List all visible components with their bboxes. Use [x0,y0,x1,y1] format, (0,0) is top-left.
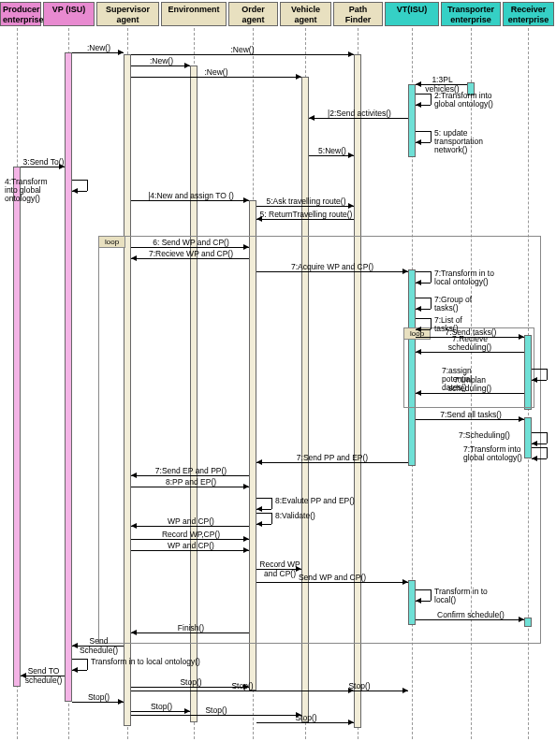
message-label: 5:New() [311,146,354,155]
message-label: Stop() [74,692,124,702]
activation-producer [13,167,21,687]
message-label: |4:New and assign TO () [133,191,249,200]
message-label: 7:Transform into global ontology() [463,445,534,462]
message-label: 4:Transform into global ontology() [5,178,61,203]
message-label: Stop() [177,681,308,691]
message-label: 5: update transportation network() [434,129,500,154]
message-label: 7:Scheduling() [459,430,515,440]
msg-line [72,702,124,703]
message-label: 7:Acquire WP and CP() [267,262,398,271]
msg-line [416,589,431,590]
msg-line [131,200,249,201]
message-label: 7:Send PP and EP() [267,453,398,462]
msg-line [131,65,190,66]
msg-line [131,247,249,248]
msg-line [256,498,271,499]
message-label: :New() [177,45,308,54]
msg-line [431,94,432,105]
msg-line [256,722,354,723]
message-label: Record WP and CP() [258,560,301,569]
message-label: 5: ReturnTravelling route() [258,210,354,219]
message-label: 7:Unplan scheduling() [442,376,498,393]
arrowhead-icon [416,390,421,396]
arrowhead-icon [416,349,421,355]
msg-line [87,180,88,191]
activation-vp [65,52,72,702]
activation-vt [408,84,416,157]
message-label: Send WP and CP() [267,573,398,582]
participant-vp: VP (ISU) [43,2,95,26]
arrowhead-icon [256,459,262,465]
arrowhead-icon [416,139,421,145]
message-label: 3:Send To() [22,157,65,167]
message-label: Send TO schedule() [22,666,65,676]
arrowhead-icon [402,579,408,585]
msg-line [416,352,524,353]
msg-line [532,447,547,448]
participant-path: Path Finder [333,2,383,26]
msg-line [416,318,431,319]
message-label: 7:Send EP and PP() [133,466,249,475]
sequence-diagram: Producer enterpriseVP (ISU)Supervisor ag… [0,0,556,756]
participant-env: Environment [161,2,227,26]
message-label: Confirm schedule() [417,610,524,619]
msg-line [416,271,431,272]
arrowhead-icon [416,306,421,312]
participant-vt: VT(ISU) [385,2,439,26]
fragment-label: loop [98,236,125,248]
message-label: 8:Evalute PP and EP() [275,496,359,505]
message-label: |2:Send activites() [311,109,408,118]
msg-line [131,258,249,259]
message-label: 8:Validate() [275,511,331,520]
msg-line [416,131,431,132]
message-label: :New() [151,67,282,77]
msg-line [256,271,408,272]
msg-line [309,118,408,119]
message-label: Finish() [133,623,249,632]
msg-line [21,167,65,167]
message-label: :New() [74,43,124,52]
msg-line [256,513,271,514]
msg-line [532,432,547,433]
message-label: Transform in to local ontology() [91,657,222,666]
msg-line [532,369,547,370]
arrowhead-icon [532,377,537,383]
msg-line [431,589,432,601]
participant-order: Order agent [228,2,278,26]
msg-line [256,462,408,463]
message-label: :New() [133,56,190,65]
msg-line [131,632,249,633]
msg-line [87,659,88,670]
arrowhead-icon [72,667,78,673]
message-label: 5:Ask travelling route() [258,196,354,206]
msg-line [271,498,272,509]
msg-line [416,393,524,394]
msg-line [72,180,87,181]
arrowhead-icon [416,102,421,108]
participant-supervisor: Supervisor agent [96,2,159,26]
message-label: WP and CP() [133,516,249,526]
msg-line [131,77,301,78]
msg-line [416,619,524,620]
msg-line [416,419,524,420]
msg-line [416,298,431,298]
msg-line [72,659,87,660]
message-label: Transform in to local() [434,588,490,604]
msg-line [256,219,354,220]
msg-line [547,447,548,458]
msg-line [256,582,408,583]
msg-line [131,539,249,540]
message-label: Stop() [258,713,354,722]
message-label: 7:Group of tasks() [434,296,486,313]
msg-line [131,54,354,55]
arrowhead-icon [296,74,301,80]
arrowhead-icon [402,269,408,274]
message-label: 2:Transform into global ontology() [434,92,495,109]
msg-line [416,94,431,94]
msg-line [431,131,432,142]
msg-line [271,513,272,524]
arrowhead-icon [348,51,354,57]
arrowhead-icon [256,521,262,527]
message-label: 8:PP and EP() [133,477,249,487]
msg-line [131,550,249,551]
